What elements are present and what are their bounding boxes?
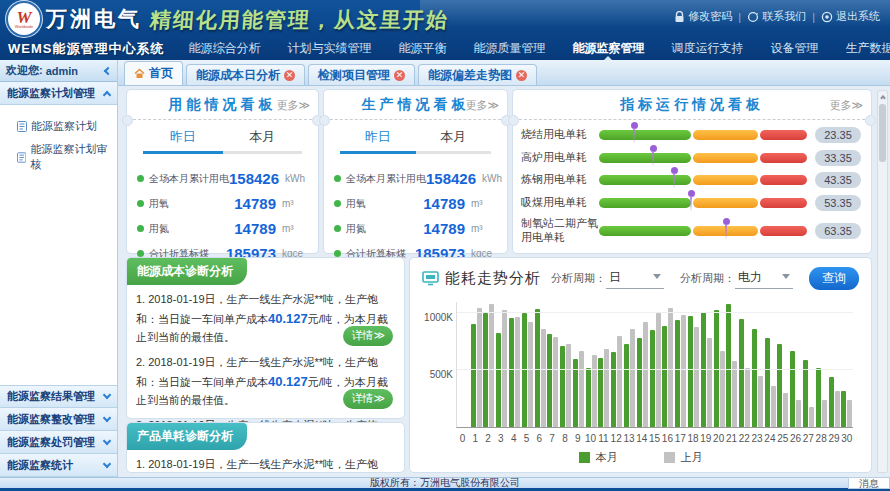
chart-bar (783, 393, 788, 427)
chart-bar (637, 338, 642, 427)
close-icon[interactable]: ✕ (284, 70, 295, 81)
sidebar-section-plan-management[interactable]: 能源监察计划管理 (0, 82, 117, 105)
main-area: 欢迎您: admin 能源监察计划管理 能源监察计划 能源监察计划审核 能源监察… (0, 60, 890, 477)
contact-icon (747, 11, 759, 23)
chart-column (559, 302, 572, 427)
close-icon[interactable]: ✕ (516, 70, 527, 81)
x-axis-tick: 17 (674, 431, 687, 446)
nav-item-energy-supervision[interactable]: 能源监察管理 (572, 38, 644, 60)
nav-item-energy-analysis[interactable]: 能源综合分析 (188, 38, 260, 60)
logout-link[interactable]: 退出系统 (821, 9, 880, 24)
chart-bar (650, 330, 655, 427)
scroll-up-button[interactable] (878, 91, 887, 102)
chart-bar (707, 338, 712, 427)
tab-this-month[interactable]: 本月 (416, 128, 492, 154)
metric-value: 158426 (229, 170, 279, 187)
section-label: 能源监察整改管理 (7, 412, 95, 427)
detail-button[interactable]: 详情≫ (343, 326, 393, 346)
chevron-down-icon (103, 413, 111, 421)
chart-bar (515, 317, 520, 427)
tab-yesterday[interactable]: 昨日 (340, 128, 416, 154)
metric-row: 全场本月累计用电 158426 kWh (137, 170, 310, 187)
more-link[interactable]: 更多≫ (829, 98, 863, 113)
chart-bar (732, 361, 737, 427)
chart-bar (758, 376, 763, 427)
chart-column (636, 302, 649, 427)
header: W Worldwide 万洲电气 精细化用能管理，从这里开始 修改密码 | 联系… (0, 0, 890, 60)
tab-yesterday[interactable]: 昨日 (143, 128, 223, 154)
sidebar-section-statistics[interactable]: 能源监察统计 (0, 454, 117, 477)
x-axis-tick: 23 (751, 431, 764, 446)
chart-bar (604, 349, 609, 427)
item-number: 1. (136, 293, 145, 305)
chart-bar (765, 338, 770, 427)
tab-inspection-project[interactable]: 检测项目管理 ✕ (308, 64, 415, 85)
chart-bar (611, 352, 616, 427)
tab-deviation-trend[interactable]: 能源偏差走势图 ✕ (418, 64, 537, 85)
more-link[interactable]: 更多≫ (276, 98, 310, 113)
logout-label: 退出系统 (836, 9, 880, 24)
user-links: 修改密码 | 联系我们 | 退出系统 (674, 9, 880, 24)
vertical-scrollbar[interactable] (877, 90, 888, 473)
kpi-value-badge: 43.35 (815, 172, 861, 188)
chart-bar (643, 322, 648, 427)
item-label: 能源监察计划审核 (30, 142, 113, 172)
detail-button[interactable]: 详情≫ (343, 389, 393, 409)
kpi-row: 烧结用电单耗 23.35 (521, 127, 861, 143)
chart-bar (471, 324, 476, 427)
nav-item-energy-balance[interactable]: 能源平衡 (398, 38, 446, 60)
x-axis-tick: 7 (546, 431, 559, 446)
nav-item-energy-quality[interactable]: 能源质量管理 (473, 38, 545, 60)
chart-bar (509, 318, 514, 427)
section-label: 能源监察处罚管理 (7, 435, 95, 450)
nav-item-equipment[interactable]: 设备管理 (770, 38, 818, 60)
message-tab[interactable]: 消息 (848, 477, 890, 489)
chart-column (700, 302, 713, 427)
metric-value: 14789 (222, 195, 276, 212)
legend-label: 本月 (596, 450, 618, 465)
scrollbar-thumb[interactable] (879, 104, 886, 162)
legend-swatch (579, 452, 590, 463)
sidebar-section-result-management[interactable]: 能源监察结果管理 (0, 385, 117, 408)
metric-value: 14789 (411, 220, 465, 237)
x-axis-tick: 30 (840, 431, 853, 446)
nav-item-production-data[interactable]: 生产数据录入 (845, 38, 890, 60)
chevron-up-icon (880, 95, 886, 101)
chart-column (610, 302, 623, 427)
x-axis-tick: 18 (687, 431, 700, 446)
sidebar-item-supervision-plan-audit[interactable]: 能源监察计划审核 (0, 138, 117, 176)
chart-column (764, 302, 777, 427)
document-icon (17, 152, 26, 163)
x-axis-tick: 11 (597, 431, 610, 446)
chart-column (598, 302, 611, 427)
period-select[interactable]: 日 (606, 269, 664, 289)
logo-icon: W Worldwide (8, 3, 40, 35)
metric-unit: m³ (471, 223, 499, 234)
nav-item-dispatch-support[interactable]: 调度运行支持 (671, 38, 743, 60)
nav-item-plan-management[interactable]: 计划与实绩管理 (287, 38, 371, 60)
tab-this-month[interactable]: 本月 (223, 128, 303, 154)
diagnosis-item: 2. 2018-01-19日，生产一线生产水泥**吨，生产饱和：当日旋一车间单产… (136, 354, 395, 410)
item-value: 40.127 (268, 311, 308, 326)
sidebar-item-supervision-plan[interactable]: 能源监察计划 (0, 115, 117, 138)
more-link[interactable]: 更多≫ (465, 98, 499, 113)
chart-bar (535, 309, 540, 427)
chart-bar (656, 313, 661, 427)
chart-column (534, 302, 547, 427)
change-password-link[interactable]: 修改密码 (674, 9, 732, 24)
tab-energy-cost-analysis[interactable]: 能源成本日分析 ✕ (186, 64, 305, 85)
close-icon[interactable]: ✕ (394, 70, 405, 81)
sidebar-collapse-button[interactable] (105, 68, 111, 74)
contact-us-link[interactable]: 联系我们 (747, 9, 806, 24)
bar-segment-green (599, 130, 691, 140)
metric-unit: kWh (285, 173, 310, 184)
sidebar-section-punishment-management[interactable]: 能源监察处罚管理 (0, 431, 117, 454)
x-axis-tick: 20 (712, 431, 725, 446)
energy-type-select[interactable]: 电力 (735, 269, 793, 289)
query-button[interactable]: 查询 (809, 267, 859, 290)
kpi-label: 炼钢用电单耗 (521, 173, 599, 187)
tab-home[interactable]: 首页 (124, 61, 183, 85)
main-nav: WEMS能源管理中心系统 能源综合分析 计划与实绩管理 能源平衡 能源质量管理 … (0, 38, 890, 60)
sidebar-section-rectification-management[interactable]: 能源监察整改管理 (0, 408, 117, 431)
x-axis-tick: 2 (482, 431, 495, 446)
